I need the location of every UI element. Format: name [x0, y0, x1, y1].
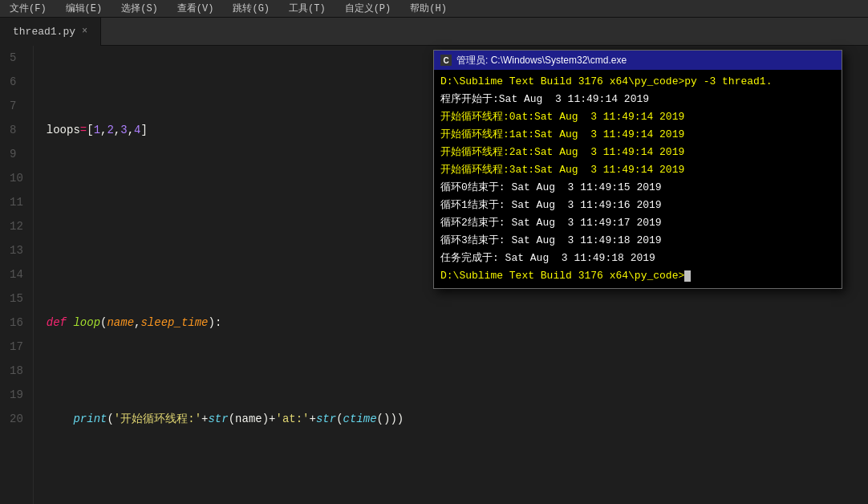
line-num-19: 19: [10, 383, 23, 407]
cmd-line-4: 开始循环线程:1at:Sat Aug 3 11:49:14 2019: [440, 126, 835, 144]
cmd-window[interactable]: C 管理员: C:\Windows\System32\cmd.exe D:\Su…: [433, 50, 842, 289]
cmd-line-12: D:\Sublime Text Build 3176 x64\py_code>: [440, 267, 835, 285]
tab-close-button[interactable]: ×: [82, 26, 87, 37]
title-bar: thread1.py ×: [0, 18, 868, 46]
code-line-7: def loop(name,sleep_time):: [47, 311, 868, 335]
cmd-line-11: 任务完成于: Sat Aug 3 11:49:18 2019: [440, 250, 835, 267]
tab-filename: thread1.py: [13, 26, 75, 38]
cmd-line-8: 循环1结束于: Sat Aug 3 11:49:16 2019: [440, 197, 835, 214]
line-num-18: 18: [10, 359, 23, 383]
line-num-10: 10: [10, 166, 23, 190]
menu-goto[interactable]: 跳转(G): [229, 2, 273, 15]
cmd-cursor: [684, 270, 691, 282]
cmd-line-2: 程序开始于:Sat Aug 3 11:49:14 2019: [440, 91, 835, 108]
menu-help[interactable]: 帮助(H): [407, 2, 450, 15]
cmd-content: D:\Sublime Text Build 3176 x64\py_code>p…: [434, 70, 842, 288]
cmd-title: 管理员: C:\Windows\System32\cmd.exe: [456, 54, 627, 67]
tab-thread1[interactable]: thread1.py ×: [0, 18, 101, 46]
cmd-line-10: 循环3结束于: Sat Aug 3 11:49:18 2019: [440, 232, 835, 250]
cmd-line-9: 循环2结束于: Sat Aug 3 11:49:17 2019: [440, 214, 835, 232]
menu-custom[interactable]: 自定义(P): [342, 2, 395, 15]
menu-view[interactable]: 查看(V): [174, 2, 217, 15]
cmd-line-7: 循环0结束于: Sat Aug 3 11:49:15 2019: [440, 179, 835, 197]
cmd-icon: C: [440, 55, 452, 66]
line-num-14: 14: [10, 262, 23, 287]
line-num-17: 17: [10, 335, 23, 359]
line-num-20: 20: [10, 407, 23, 431]
cmd-line-5: 开始循环线程:2at:Sat Aug 3 11:49:14 2019: [440, 144, 835, 161]
editor-area: 5 6 7 8 9 10 11 12 13 14 15 16 17 18 19 …: [0, 46, 868, 504]
code-line-8: print('开始循环线程:'+str(name)+'at:'+str(ctim…: [47, 407, 868, 431]
cmd-line-6: 开始循环线程:3at:Sat Aug 3 11:49:14 2019: [440, 161, 835, 179]
cmd-line-1: D:\Sublime Text Build 3176 x64\py_code>p…: [440, 73, 835, 91]
line-num-6: 6: [10, 70, 23, 94]
line-num-13: 13: [10, 238, 23, 262]
line-num-16: 16: [10, 311, 23, 335]
menu-file[interactable]: 文件(F): [6, 2, 50, 15]
menu-select[interactable]: 选择(S): [118, 2, 161, 15]
menu-bar: 文件(F) 编辑(E) 选择(S) 查看(V) 跳转(G) 工具(T) 自定义(…: [0, 0, 868, 18]
line-num-12: 12: [10, 214, 23, 238]
line-num-15: 15: [10, 287, 23, 311]
cmd-line-3: 开始循环线程:0at:Sat Aug 3 11:49:14 2019: [440, 108, 835, 126]
cmd-titlebar: C 管理员: C:\Windows\System32\cmd.exe: [434, 51, 842, 70]
line-num-9: 9: [10, 142, 23, 166]
line-num-11: 11: [10, 190, 23, 214]
menu-edit[interactable]: 编辑(E): [63, 2, 106, 15]
menu-tools[interactable]: 工具(T): [286, 2, 329, 15]
line-num-5: 5: [10, 46, 23, 70]
line-num-7: 7: [10, 94, 23, 118]
line-num-8: 8: [10, 118, 23, 142]
line-numbers: 5 6 7 8 9 10 11 12 13 14 15 16 17 18 19 …: [0, 46, 34, 504]
